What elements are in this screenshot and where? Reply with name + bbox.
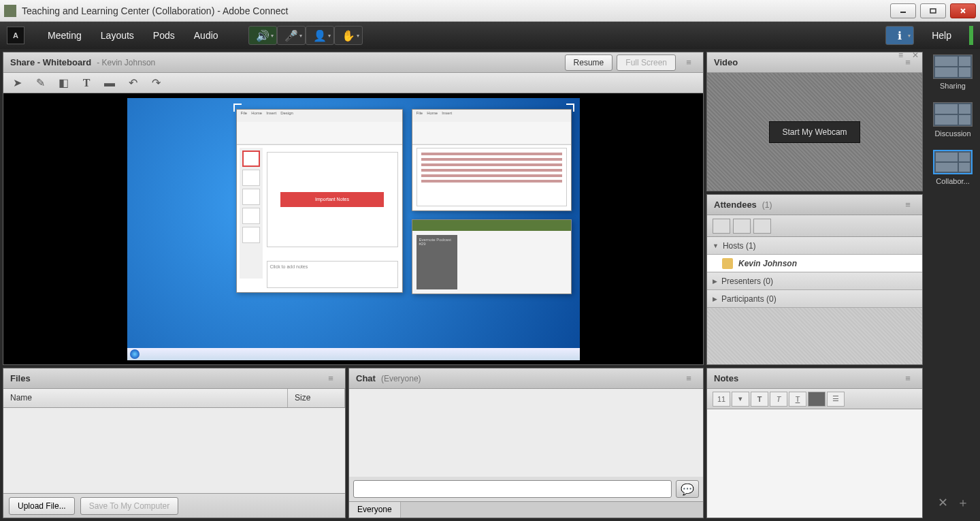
chat-scope: (Everyone): [381, 374, 421, 383]
speaker-button[interactable]: 🔊▾: [248, 26, 277, 45]
chevron-down-icon: ▾: [299, 33, 302, 39]
share-canvas[interactable]: FileHomeInsertDesign Important Notes Cli…: [3, 93, 703, 364]
notes-pod-menu-icon[interactable]: ≡: [900, 373, 915, 385]
font-size-selector[interactable]: 11: [713, 392, 730, 407]
attendee-view-grid-icon[interactable]: [733, 219, 751, 234]
layouts-rail: Sharing Discussion Collabor... ✕ ＋: [926, 49, 980, 521]
layout-remove-icon[interactable]: ✕: [936, 496, 949, 509]
files-pod: Files ≡ Name Size Upload File... Save To…: [3, 368, 346, 518]
layout-collaboration[interactable]: Collabor...: [931, 150, 975, 185]
word-window: FileHomeInsert: [412, 109, 572, 211]
bold-icon[interactable]: T: [751, 392, 768, 407]
attendee-view-status-icon[interactable]: [753, 219, 771, 234]
raise-hand-button[interactable]: ✋▾: [334, 26, 363, 45]
resume-button[interactable]: Resume: [565, 54, 613, 71]
share-presenter: - Kevin Johnson: [97, 58, 155, 67]
menu-layouts[interactable]: Layouts: [91, 30, 144, 41]
evernote-window: Evernote Podcast #29: [412, 219, 572, 294]
bullets-icon[interactable]: ☰: [827, 392, 845, 407]
info-button[interactable]: ℹ▾: [885, 26, 914, 45]
eraser-tool-icon[interactable]: ◧: [56, 76, 70, 90]
attendees-pod: Attendees (1) ≡ ▼Hosts (1) Kevin Johnson…: [706, 194, 923, 365]
triangle-down-icon: ▼: [713, 242, 719, 249]
notes-pod: Notes ≡ 11 ▾ T T T ☰: [706, 368, 923, 518]
attendee-group-participants[interactable]: ▶Participants (0): [707, 290, 922, 308]
attendees-pod-title: Attendees: [714, 200, 757, 210]
pointer-tool-icon[interactable]: ➤: [10, 76, 24, 90]
menu-meeting[interactable]: Meeting: [38, 30, 91, 41]
connection-status-icon: [969, 26, 973, 45]
adobe-logo-icon[interactable]: A: [7, 27, 24, 44]
attendees-count: (1): [762, 200, 772, 210]
chat-tab-everyone[interactable]: Everyone: [349, 502, 401, 518]
close-button[interactable]: [950, 3, 976, 18]
menu-help[interactable]: Help: [919, 30, 964, 41]
fullscreen-button[interactable]: Full Screen: [617, 54, 676, 71]
info-icon: ℹ: [898, 29, 902, 42]
color-icon[interactable]: [808, 392, 826, 407]
files-col-name[interactable]: Name: [3, 389, 288, 407]
menu-audio[interactable]: Audio: [184, 30, 228, 41]
save-to-computer-button[interactable]: Save To My Computer: [80, 497, 179, 515]
menu-pods[interactable]: Pods: [144, 30, 184, 41]
attendee-host-item[interactable]: Kevin Johnson: [707, 255, 922, 272]
chat-input[interactable]: [353, 480, 672, 498]
layout-close-icon[interactable]: ✕: [912, 50, 921, 59]
start-webcam-button[interactable]: Start My Webcam: [769, 121, 860, 143]
webcam-button[interactable]: 👤▾: [306, 26, 334, 45]
attendees-pod-menu-icon[interactable]: ≡: [900, 199, 915, 211]
layout-collapse-icon[interactable]: ≡: [898, 50, 908, 59]
italic-icon[interactable]: T: [770, 392, 787, 407]
shared-desktop-preview: FileHomeInsertDesign Important Notes Cli…: [127, 98, 580, 360]
notes-editor[interactable]: [707, 409, 922, 518]
files-col-size[interactable]: Size: [288, 389, 345, 407]
webcam-icon: 👤: [313, 29, 327, 42]
powerpoint-window: FileHomeInsertDesign Important Notes Cli…: [236, 109, 403, 293]
attendee-view-list-icon[interactable]: [713, 219, 730, 234]
chevron-down-icon: ▾: [357, 33, 359, 39]
notes-pod-title: Notes: [714, 373, 738, 383]
share-pod: Share - Whiteboard - Kevin Johnson Resum…: [3, 52, 704, 365]
attendee-group-hosts[interactable]: ▼Hosts (1): [707, 237, 922, 255]
menubar: A Meeting Layouts Pods Audio 🔊▾ 🎤▾ 👤▾ ✋▾…: [0, 22, 980, 49]
files-pod-title: Files: [10, 373, 31, 383]
maximize-button[interactable]: [920, 3, 946, 18]
share-pod-menu-icon[interactable]: ≡: [681, 57, 696, 69]
minimize-button[interactable]: [890, 3, 916, 18]
app-icon: [4, 5, 16, 17]
host-user-icon: [722, 258, 733, 269]
raise-hand-icon: ✋: [342, 29, 355, 42]
layout-discussion[interactable]: Discussion: [931, 102, 975, 138]
start-orb-icon: [130, 349, 140, 359]
chat-messages[interactable]: [349, 389, 703, 477]
svg-rect-1: [930, 9, 936, 13]
whiteboard-toolbar: ➤ ✎ ◧ T ▬ ↶ ↷: [3, 73, 703, 93]
shape-tool-icon[interactable]: ▬: [103, 76, 116, 90]
chevron-down-icon: ▾: [328, 33, 331, 39]
taskbar: [127, 348, 580, 360]
triangle-right-icon: ▶: [713, 278, 717, 285]
speaker-icon: 🔊: [256, 29, 270, 42]
text-tool-icon[interactable]: T: [80, 76, 93, 90]
chat-pod-title: Chat: [356, 373, 376, 383]
layout-add-icon[interactable]: ＋: [957, 496, 969, 509]
files-list[interactable]: [3, 408, 345, 493]
files-pod-menu-icon[interactable]: ≡: [323, 373, 338, 385]
layout-sharing[interactable]: Sharing: [931, 54, 975, 90]
pencil-tool-icon[interactable]: ✎: [33, 76, 47, 90]
chat-pod-menu-icon[interactable]: ≡: [681, 373, 696, 385]
upload-file-button[interactable]: Upload File...: [9, 497, 75, 515]
font-size-dropdown-icon[interactable]: ▾: [732, 392, 749, 407]
slide-notes: Click to add notes: [267, 261, 398, 288]
triangle-right-icon: ▶: [713, 296, 717, 302]
video-pod: Video ≡ Start My Webcam: [706, 52, 923, 191]
microphone-button[interactable]: 🎤▾: [277, 26, 306, 45]
video-pod-title: Video: [714, 57, 738, 67]
redo-icon[interactable]: ↷: [149, 76, 163, 90]
chat-bubble-icon: 💬: [681, 483, 694, 496]
underline-icon[interactable]: T: [789, 392, 806, 407]
attendee-group-presenters[interactable]: ▶Presenters (0): [707, 272, 922, 290]
undo-icon[interactable]: ↶: [126, 76, 140, 90]
slide-banner: Important Notes: [280, 192, 385, 207]
chat-send-button[interactable]: 💬: [676, 480, 699, 498]
